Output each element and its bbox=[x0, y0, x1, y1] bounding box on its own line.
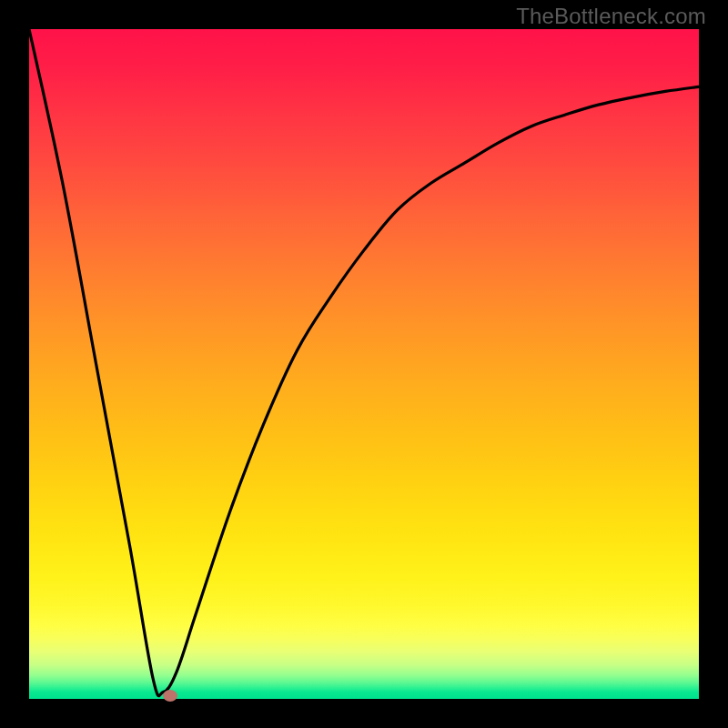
chart-frame: TheBottleneck.com bbox=[0, 0, 728, 728]
bottleneck-curve bbox=[29, 29, 699, 699]
watermark-text: TheBottleneck.com bbox=[516, 4, 706, 29]
optimal-point-marker bbox=[163, 690, 177, 702]
